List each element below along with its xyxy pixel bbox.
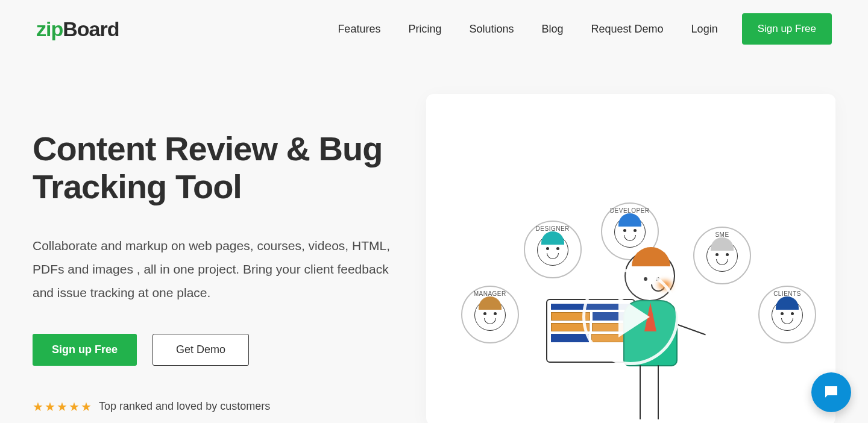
get-demo-button[interactable]: Get Demo (153, 334, 249, 366)
hero-cta-row: Sign up Free Get Demo (33, 334, 402, 366)
play-icon (618, 296, 650, 337)
play-video-button[interactable] (582, 269, 679, 365)
rating-row: ★ ★ ★ ★ ★ Top ranked and loved by custom… (33, 400, 402, 414)
hero-illustration: MANAGER DESIGNER DEVELOPER SME CLIENTS (426, 154, 835, 407)
nav-solutions[interactable]: Solutions (469, 23, 514, 36)
brand-logo-part1: zip (36, 17, 63, 40)
chat-widget-button[interactable] (811, 372, 851, 412)
signup-free-hero-button[interactable]: Sign up Free (33, 334, 137, 366)
avatar-face (772, 299, 803, 331)
hero-section: Content Review & Bug Tracking Tool Colla… (0, 58, 868, 423)
signup-free-header-button[interactable]: Sign up Free (742, 13, 832, 45)
brand-logo-part2: Board (63, 17, 119, 40)
avatar-face (706, 240, 738, 272)
primary-nav: Features Pricing Solutions Blog Request … (338, 23, 717, 36)
chat-icon (822, 383, 840, 401)
nav-login[interactable]: Login (691, 23, 718, 36)
role-bubble-clients: CLIENTS (758, 286, 816, 343)
star-icon: ★ (69, 400, 80, 414)
hero-content: Content Review & Bug Tracking Tool Colla… (33, 94, 402, 423)
rating-text: Top ranked and loved by customers (99, 400, 270, 413)
hero-media-card: MANAGER DESIGNER DEVELOPER SME CLIENTS (426, 94, 835, 423)
nav-request-demo[interactable]: Request Demo (591, 23, 664, 36)
star-icon: ★ (45, 400, 55, 414)
brand-logo[interactable]: zipBoard (36, 17, 119, 41)
role-bubble-manager: MANAGER (461, 286, 519, 343)
star-icon: ★ (57, 400, 68, 414)
nav-features[interactable]: Features (338, 23, 380, 36)
avatar-face (474, 299, 506, 331)
nav-blog[interactable]: Blog (542, 23, 564, 36)
hero-title: Content Review & Bug Tracking Tool (33, 130, 402, 205)
star-icon: ★ (81, 400, 92, 414)
hero-description: Collaborate and markup on web pages, cou… (33, 234, 402, 305)
site-header: zipBoard Features Pricing Solutions Blog… (0, 0, 868, 58)
nav-pricing[interactable]: Pricing (408, 23, 441, 36)
avatar-face (614, 216, 646, 248)
star-icon: ★ (33, 400, 43, 414)
rating-stars: ★ ★ ★ ★ ★ (33, 400, 92, 414)
